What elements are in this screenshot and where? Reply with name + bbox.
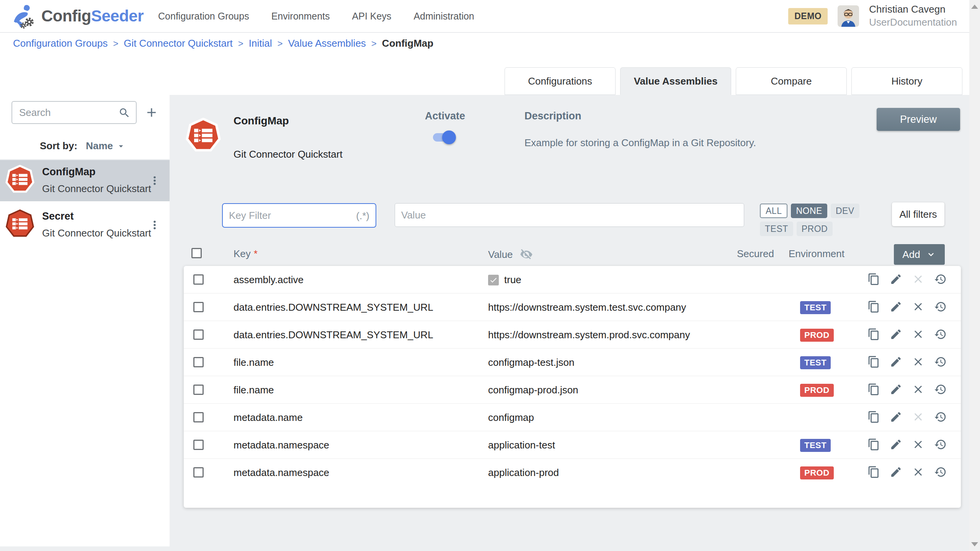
row-checkbox[interactable] [193,274,204,285]
history-icon[interactable] [934,466,947,478]
chip-none[interactable]: NONE [791,204,827,218]
table-header: Key* Value Secured Environment Add [170,243,980,266]
tab-compare[interactable]: Compare [736,67,847,95]
tab-configurations[interactable]: Configurations [505,67,616,95]
activate-toggle[interactable] [433,133,454,142]
chip-dev[interactable]: DEV [831,204,859,218]
copy-icon[interactable] [867,466,880,478]
edit-icon[interactable] [890,300,902,313]
history-icon[interactable] [934,383,947,396]
sort-value-dropdown[interactable]: Name [86,140,126,152]
item-menu-icon[interactable] [148,217,161,233]
delete-icon[interactable] [912,355,924,368]
boolean-checked-icon [488,275,499,285]
row-checkbox[interactable] [193,412,204,422]
row-value: application-prod [488,467,559,479]
delete-icon[interactable] [912,383,924,396]
copy-icon[interactable] [867,355,880,368]
nav-environments[interactable]: Environments [271,11,330,22]
nav-administration[interactable]: Administration [413,11,474,22]
row-checkbox[interactable] [193,329,204,340]
nav-configuration-groups[interactable]: Configuration Groups [158,11,249,22]
scroll-up-arrow-icon[interactable] [971,5,978,9]
copy-icon[interactable] [867,273,880,285]
history-icon[interactable] [934,328,947,341]
environment-badge: PROD [800,329,834,342]
edit-icon[interactable] [890,383,902,396]
main-navigation: Configuration Groups Environments API Ke… [158,11,474,22]
key-filter-input[interactable] [223,204,376,227]
breadcrumb-value-assemblies[interactable]: Value Assemblies [288,37,366,49]
search-icon[interactable] [118,107,131,119]
sidebar-item-configmap[interactable]: ConfigMap Git Connector Quickstart [0,160,170,201]
row-checkbox[interactable] [193,385,204,395]
history-icon[interactable] [934,411,947,423]
user-info[interactable]: Christian Cavegn UserDocumentation [869,3,957,29]
copy-icon[interactable] [867,411,880,423]
chip-prod[interactable]: PROD [797,222,833,236]
copy-icon[interactable] [867,300,880,313]
required-mark: * [254,248,258,259]
scroll-down-arrow-icon[interactable] [971,542,978,546]
tab-value-assemblies[interactable]: Value Assemblies [620,67,731,95]
user-avatar[interactable] [838,5,859,27]
add-value-assembly-icon[interactable] [144,105,159,120]
history-icon[interactable] [934,355,947,368]
delete-icon[interactable] [912,300,924,313]
page-scrollbar[interactable] [969,0,980,551]
search-input[interactable] [12,102,136,123]
history-icon[interactable] [934,300,947,313]
breadcrumb-git-connector-quickstart[interactable]: Git Connector Quickstart [124,37,233,49]
hide-values-icon[interactable] [520,248,533,261]
copy-icon[interactable] [867,328,880,341]
chip-test[interactable]: TEST [760,222,793,236]
row-key: file.name [234,384,274,396]
row-checkbox[interactable] [193,440,204,450]
demo-badge: DEMO [788,8,828,24]
edit-icon[interactable] [890,273,902,285]
divider [0,159,170,160]
environment-badge: PROD [800,384,834,397]
tab-history[interactable]: History [851,67,962,95]
copy-icon[interactable] [867,438,880,451]
delete-icon[interactable] [912,466,924,478]
column-environment: Environment [789,248,844,260]
delete-icon [912,411,924,423]
brand-logo[interactable]: ConfigSeeder [11,3,144,29]
history-icon[interactable] [934,273,947,285]
delete-icon[interactable] [912,438,924,451]
values-table: assembly.active true data.entries.DOWNST… [184,266,961,508]
navbar-right: DEMO Christian Cavegn UserDocumentation [788,3,957,29]
nav-api-keys[interactable]: API Keys [352,11,392,22]
all-filters-button[interactable]: All filters [892,202,944,226]
history-icon[interactable] [934,438,947,451]
row-checkbox[interactable] [193,357,204,367]
row-key: metadata.namespace [234,467,329,479]
edit-icon[interactable] [890,411,902,423]
description-label: Description [524,110,581,122]
add-button[interactable]: Add [894,244,945,265]
row-key: metadata.namespace [234,439,329,451]
copy-icon[interactable] [867,383,880,396]
preview-button[interactable]: Preview [877,108,960,131]
item-menu-icon[interactable] [148,173,161,188]
breadcrumb-initial[interactable]: Initial [249,37,272,49]
row-checkbox[interactable] [193,302,204,312]
breadcrumb-configuration-groups[interactable]: Configuration Groups [13,37,108,49]
row-checkbox[interactable] [193,467,204,478]
edit-icon[interactable] [890,466,902,478]
delete-icon[interactable] [912,328,924,341]
edit-icon[interactable] [890,328,902,341]
select-all-checkbox[interactable] [191,248,202,258]
table-row: data.entries.DOWNSTREAM_SYSTEM_URL https… [184,293,961,321]
key-filter-field: (.*) [222,203,376,228]
row-value: application-test [488,439,555,451]
edit-icon[interactable] [890,355,902,368]
chip-all[interactable]: ALL [760,204,787,218]
breadcrumb-separator: > [278,38,283,49]
sidebar-item-secret[interactable]: Secret Git Connector Quickstart [0,204,170,246]
sort-by-label: Sort by: [40,140,77,152]
edit-icon[interactable] [890,438,902,451]
row-key: data.entries.DOWNSTREAM_SYSTEM_URL [234,329,433,341]
value-filter-input[interactable] [395,204,744,227]
